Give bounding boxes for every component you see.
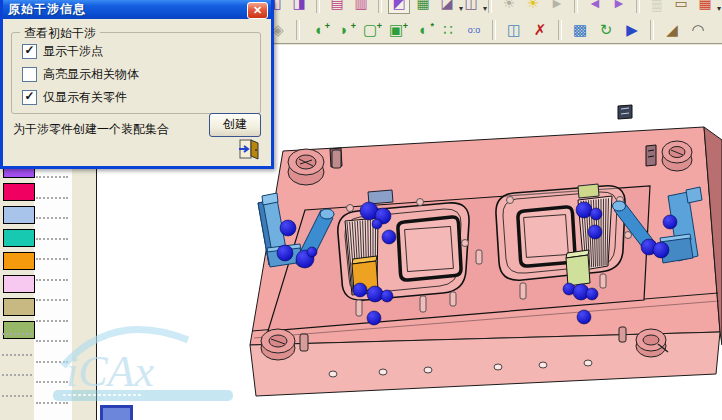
- toolbar-separator: [492, 20, 496, 40]
- analysis-grid-icon[interactable]: ▦▾: [694, 0, 716, 14]
- mirror-assembly-icon[interactable]: ◖*: [410, 18, 434, 42]
- wave-cube-icon[interactable]: ◫: [502, 18, 526, 42]
- cursor-disabled-icon[interactable]: ►: [546, 0, 568, 14]
- checker-sphere-icon[interactable]: ▦: [412, 0, 434, 14]
- export-image-icon[interactable]: ▤: [326, 0, 348, 14]
- ruler-icon[interactable]: ▭: [670, 0, 692, 14]
- toolbar-separator: [574, 0, 578, 13]
- color-swatch-1[interactable]: [3, 183, 35, 201]
- color-swatch-3[interactable]: [3, 229, 35, 247]
- pattern-component-icon[interactable]: ∷: [436, 18, 460, 42]
- next-view-icon[interactable]: ►: [608, 0, 630, 14]
- toolbar-separator: [296, 20, 300, 40]
- window-fragment: [100, 405, 133, 420]
- new-component-icon[interactable]: ▢+: [358, 18, 382, 42]
- toolbar-separator: [378, 0, 382, 13]
- constraints-icon[interactable]: o:o: [462, 18, 486, 42]
- delete-constraint-icon[interactable]: ✗: [528, 18, 552, 42]
- application-window: ◧◨▤▥◩▦◪▾◫▾☀☀►◄►▒▭▦▾▯▾▾ ◈◖+◗+▢+▣+◖*∷o:o◫✗…: [0, 0, 722, 420]
- camera-icon[interactable]: ▥: [350, 0, 372, 14]
- lasso-icon[interactable]: ◠: [686, 18, 710, 42]
- dialog-titlebar[interactable]: 原始干涉信息 ✕: [3, 0, 271, 19]
- checkbox-label: 高亮显示相关物体: [43, 66, 139, 83]
- bulb-icon[interactable]: ☀: [522, 0, 544, 14]
- group-label: 查看初始干涉: [20, 25, 100, 42]
- view-interference-group: 查看初始干涉 ✓ 显示干涉点 高亮显示相关物体 ✓ 仅显示有关零件: [11, 32, 261, 114]
- disabled-tool-icon[interactable]: ▒: [646, 0, 668, 14]
- box-icon[interactable]: ▩: [568, 18, 592, 42]
- toolbar-separator: [488, 0, 492, 13]
- bulb-dim-icon[interactable]: ☀: [498, 0, 520, 14]
- checkbox-row[interactable]: ✓ 显示干涉点: [22, 43, 103, 60]
- sketch-icon[interactable]: ◢: [660, 18, 684, 42]
- view-style-icon[interactable]: ◪▾: [436, 0, 458, 14]
- checkbox[interactable]: ✓: [22, 44, 37, 59]
- select-style-icon[interactable]: ◫▾: [460, 0, 482, 14]
- checkbox-label: 显示干涉点: [43, 43, 103, 60]
- add-existing-component-icon[interactable]: ◗+: [332, 18, 356, 42]
- close-button[interactable]: ✕: [247, 2, 268, 19]
- new-parent-icon[interactable]: ▣+: [384, 18, 408, 42]
- clipboard-icon[interactable]: ▯▾: [718, 0, 722, 14]
- color-swatch-7[interactable]: [3, 321, 35, 339]
- checkbox-label: 仅显示有关零件: [43, 89, 127, 106]
- exit-door-button[interactable]: [237, 138, 263, 160]
- add-component-icon[interactable]: ◖+: [306, 18, 330, 42]
- display-cube-icon[interactable]: ◩: [388, 0, 410, 14]
- color-swatch-5[interactable]: [3, 275, 35, 293]
- toolbar-assemblies: ◈◖+◗+▢+▣+◖*∷o:o◫✗▩↻▶◢◠: [266, 17, 710, 43]
- checkbox-row[interactable]: 高亮显示相关物体: [22, 66, 139, 83]
- checkbox[interactable]: [22, 67, 37, 82]
- toolbar-separator: [558, 20, 562, 40]
- toolbar-separator: [650, 20, 654, 40]
- right-cavity-insert: [496, 184, 625, 286]
- create-button[interactable]: 创建: [209, 113, 261, 137]
- shaded-view-icon[interactable]: ◨: [288, 0, 310, 14]
- color-swatch-2[interactable]: [3, 206, 35, 224]
- dialog-title: 原始干涉信息: [3, 1, 86, 18]
- checkbox[interactable]: ✓: [22, 90, 37, 105]
- prev-view-icon[interactable]: ◄: [584, 0, 606, 14]
- color-palette: [3, 160, 33, 339]
- replace-component-icon[interactable]: ↻: [594, 18, 618, 42]
- toolbar-view: ◧◨▤▥◩▦◪▾◫▾☀☀►◄►▒▭▦▾▯▾▾: [264, 0, 722, 15]
- color-swatch-6[interactable]: [3, 298, 35, 316]
- toolbar-separator: [316, 0, 320, 13]
- interference-dialog: 原始干涉信息 ✕ 查看初始干涉 ✓ 显示干涉点 高亮显示相关物体 ✓ 仅显示有关…: [0, 0, 274, 169]
- color-swatch-4[interactable]: [3, 252, 35, 270]
- play-icon[interactable]: ▶: [620, 18, 644, 42]
- checkbox-row[interactable]: ✓ 仅显示有关零件: [22, 89, 127, 106]
- create-set-label: 为干涉零件创建一个装配集合: [13, 121, 169, 138]
- toolbar-separator: [636, 0, 640, 13]
